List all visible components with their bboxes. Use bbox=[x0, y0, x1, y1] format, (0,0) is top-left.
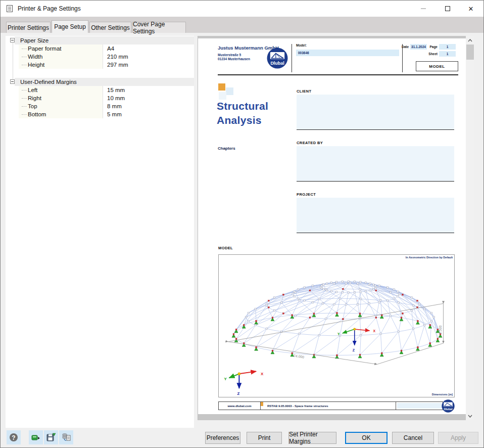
preview-pane: Justus Mustermann GmbH Musterstraße 5 01… bbox=[198, 36, 474, 420]
save-settings-button[interactable] bbox=[44, 430, 58, 444]
footer-field bbox=[397, 403, 442, 409]
property-label: Left bbox=[19, 86, 103, 94]
property-value[interactable]: 15 mm bbox=[103, 86, 194, 94]
tab-other-settings[interactable]: Other Settings bbox=[89, 22, 131, 33]
maximize-button[interactable] bbox=[440, 2, 455, 16]
property-label: Bottom bbox=[19, 110, 103, 118]
property-value[interactable]: 210 mm bbox=[103, 53, 194, 61]
axonometric-annotation: In Axonometric Direction by Default bbox=[406, 256, 453, 259]
footer-accent-orange bbox=[261, 402, 263, 406]
row-height[interactable]: Height 297 mm bbox=[19, 61, 194, 69]
program-label: RSTAB 9.05.0003 - Space frame structures bbox=[267, 402, 328, 410]
chevron-down-icon bbox=[468, 415, 472, 418]
cover-title-line2: Analysis bbox=[217, 113, 268, 127]
row-width[interactable]: Width 210 mm bbox=[19, 53, 194, 61]
property-value[interactable]: 297 mm bbox=[103, 61, 194, 69]
property-value[interactable]: 10 mm bbox=[103, 94, 194, 102]
vertical-scrollbar[interactable] bbox=[466, 36, 474, 420]
axis-y-label: Y bbox=[337, 332, 340, 336]
scroll-up-button[interactable] bbox=[466, 36, 474, 44]
axis-z-label: Z bbox=[237, 391, 239, 396]
load-settings-icon bbox=[31, 432, 41, 442]
minimize-icon bbox=[421, 8, 426, 9]
load-settings-button[interactable] bbox=[29, 430, 43, 444]
model-image: In Axonometric Direction by Default Dime… bbox=[218, 254, 455, 397]
cover-title-line1: Structural bbox=[217, 99, 268, 113]
company-address: Musterstraße 5 01234 Musterhausen bbox=[218, 53, 250, 61]
svg-text:Dlubal: Dlubal bbox=[270, 61, 284, 66]
tab-printer-settings[interactable]: Printer Settings bbox=[6, 22, 51, 33]
window-title: Printer & Page Settings bbox=[18, 5, 81, 12]
group-header-paper-size: Paper Size bbox=[15, 36, 194, 44]
property-label: Height bbox=[19, 61, 103, 69]
row-margin-bottom[interactable]: Bottom 5 mm bbox=[19, 110, 194, 118]
dimension-width-label: 24.000 bbox=[293, 354, 304, 359]
apply-button[interactable]: Apply bbox=[438, 432, 478, 444]
titlebar: Printer & Page Settings ✕ bbox=[1, 1, 483, 17]
svg-text:?: ? bbox=[12, 434, 15, 441]
group-label: User-Defined Margins bbox=[20, 79, 77, 85]
sheet-value: 1 bbox=[439, 51, 456, 57]
help-icon: ? bbox=[9, 432, 19, 442]
axis-y-label: Y bbox=[224, 377, 227, 381]
website-label: www.dlubal.com bbox=[219, 402, 260, 410]
date-label: Date bbox=[402, 45, 409, 49]
header-divider bbox=[292, 44, 292, 72]
close-icon: ✕ bbox=[468, 6, 474, 12]
scroll-thumb[interactable] bbox=[466, 44, 474, 60]
save-settings-icon bbox=[46, 432, 56, 442]
address-line: Musterstraße 5 bbox=[218, 53, 250, 57]
property-label: Width bbox=[19, 53, 103, 61]
scroll-down-button[interactable] bbox=[466, 412, 474, 420]
doc-type-box: MODEL bbox=[416, 61, 458, 71]
footer-bar: www.dlubal.com RSTAB 9.05.0003 - Space f… bbox=[218, 401, 443, 410]
copy-settings-button[interactable] bbox=[59, 430, 73, 444]
group-header-user-defined-margins: User-Defined Margins bbox=[15, 78, 194, 86]
tab-page-setup[interactable]: Page Setup bbox=[52, 20, 88, 33]
property-label: Top bbox=[19, 102, 103, 110]
property-grid: Paper Size Paper format A4 Width 210 mm … bbox=[6, 36, 194, 428]
dimension-height-label: 5.500 bbox=[439, 325, 442, 334]
model-section-label: MODEL bbox=[218, 246, 233, 250]
collapse-expander-icon[interactable] bbox=[10, 38, 15, 42]
chevron-up-icon bbox=[468, 39, 472, 42]
print-button[interactable]: Print bbox=[247, 432, 282, 444]
corner-axes-triad: X Y Z bbox=[224, 371, 264, 396]
client-field bbox=[297, 95, 454, 130]
printer-page-settings-dialog: Printer & Page Settings ✕ Printer Settin… bbox=[0, 0, 484, 448]
close-button[interactable]: ✕ bbox=[463, 2, 478, 16]
help-button[interactable]: ? bbox=[7, 430, 21, 444]
dlubal-logo: Dlubal bbox=[267, 48, 288, 69]
ok-button[interactable]: OK bbox=[345, 432, 388, 444]
center-axes-triad: X Y Z bbox=[337, 328, 375, 352]
project-field bbox=[297, 198, 454, 233]
address-line: 01234 Musterhausen bbox=[218, 57, 250, 61]
chapters-label: Chapters bbox=[218, 146, 235, 151]
row-margin-top[interactable]: Top 8 mm bbox=[19, 102, 194, 110]
created-by-field bbox=[297, 146, 454, 182]
tab-bar: Printer Settings Page Setup Other Settin… bbox=[1, 17, 483, 33]
property-value[interactable]: A4 bbox=[103, 44, 194, 53]
property-label: Right bbox=[19, 94, 103, 102]
date-value: 31.1.2024 bbox=[410, 44, 427, 50]
cancel-button[interactable]: Cancel bbox=[392, 432, 434, 444]
accent-square-blue bbox=[226, 87, 233, 95]
property-value[interactable]: 5 mm bbox=[103, 110, 194, 118]
collapse-expander-icon[interactable] bbox=[10, 79, 15, 84]
row-margin-left[interactable]: Left 15 mm bbox=[19, 86, 194, 94]
accent-square-lightblue bbox=[219, 92, 226, 100]
preview-page: Justus Mustermann GmbH Musterstraße 5 01… bbox=[198, 38, 466, 414]
row-margin-right[interactable]: Right 10 mm bbox=[19, 94, 194, 102]
property-value[interactable]: 8 mm bbox=[103, 102, 194, 110]
row-paper-format[interactable]: Paper format A4 bbox=[19, 44, 194, 53]
tree-line bbox=[13, 40, 13, 82]
preferences-button[interactable]: Preferences bbox=[205, 432, 240, 444]
accent-square-orange bbox=[218, 83, 225, 91]
axis-z-label: Z bbox=[353, 348, 355, 352]
set-printer-margins-button[interactable]: Set Printer Margins bbox=[288, 432, 336, 444]
model-field: 003646 bbox=[296, 50, 399, 56]
header-rule bbox=[218, 74, 458, 75]
document-icon bbox=[6, 5, 14, 13]
group-label: Paper Size bbox=[20, 37, 49, 43]
tab-cover-page-settings[interactable]: Cover Page Settings bbox=[132, 22, 186, 33]
